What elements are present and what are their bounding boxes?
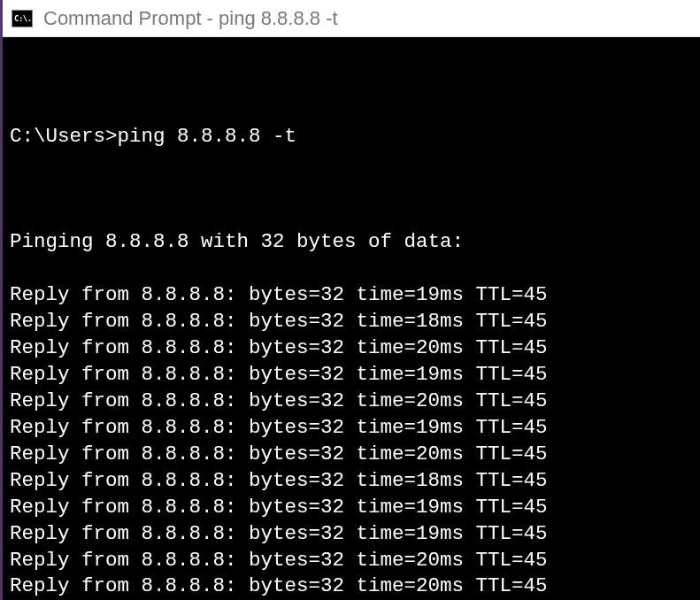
ping-reply-line: Reply from 8.8.8.8: bytes=32 time=19ms T… [10,362,693,388]
cmd-icon: C:\. [12,10,33,27]
window-title: Command Prompt - ping 8.8.8.8 -t [43,7,338,30]
ping-reply-line: Reply from 8.8.8.8: bytes=32 time=18ms T… [10,309,693,335]
ping-status-line: Pinging 8.8.8.8 with 32 bytes of data: [10,229,693,256]
ping-reply-line: Reply from 8.8.8.8: bytes=32 time=20ms T… [10,388,693,415]
prompt-text: C:\Users> [10,125,118,148]
ping-replies: Reply from 8.8.8.8: bytes=32 time=19ms T… [10,282,693,600]
ping-reply-line: Reply from 8.8.8.8: bytes=32 time=20ms T… [10,442,693,468]
ping-reply-line: Reply from 8.8.8.8: bytes=32 time=18ms T… [10,468,693,495]
command-line: C:\Users>ping 8.8.8.8 -t [10,124,693,150]
command-text: ping 8.8.8.8 -t [118,125,297,148]
terminal-output[interactable]: C:\Users>ping 8.8.8.8 -t Pinging 8.8.8.8… [3,37,700,600]
ping-reply-line: Reply from 8.8.8.8: bytes=32 time=20ms T… [10,335,693,362]
window-titlebar[interactable]: C:\. Command Prompt - ping 8.8.8.8 -t [3,0,700,37]
ping-reply-line: Reply from 8.8.8.8: bytes=32 time=20ms T… [10,548,693,574]
ping-reply-line: Reply from 8.8.8.8: bytes=32 time=20ms T… [10,573,693,600]
ping-reply-line: Reply from 8.8.8.8: bytes=32 time=19ms T… [10,415,693,442]
blank-line [10,71,693,97]
blank-line [10,177,693,204]
ping-reply-line: Reply from 8.8.8.8: bytes=32 time=19ms T… [10,521,693,548]
ping-reply-line: Reply from 8.8.8.8: bytes=32 time=19ms T… [10,495,693,521]
cmd-icon-text: C:\. [14,14,32,23]
ping-reply-line: Reply from 8.8.8.8: bytes=32 time=19ms T… [10,282,693,309]
